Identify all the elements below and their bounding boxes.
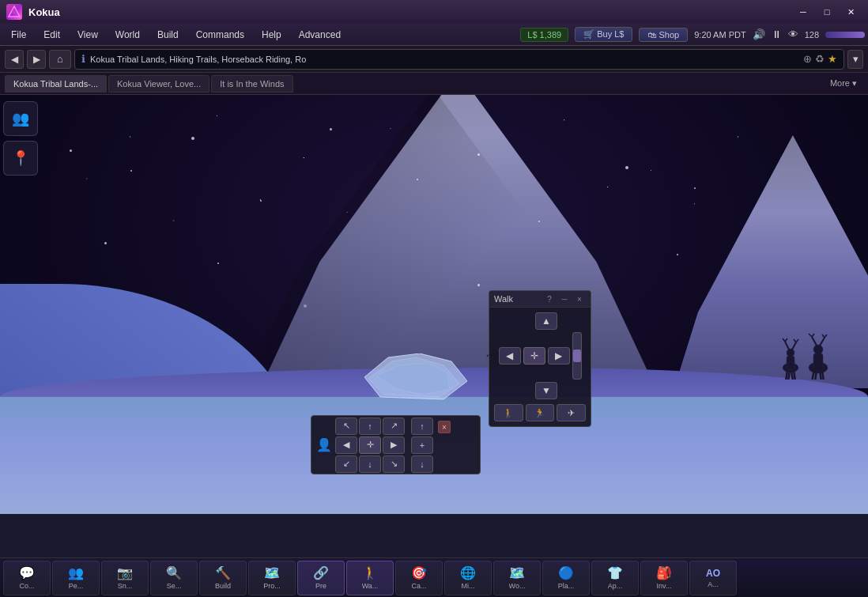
back-button[interactable]: ◀: [5, 50, 24, 69]
taskbar-appearance[interactable]: 👕 Ap...: [591, 561, 639, 595]
home-button[interactable]: ⌂: [49, 50, 71, 69]
snowflake: [104, 242, 107, 244]
snapshot-icon: 📷: [117, 565, 133, 580]
shop-button[interactable]: 🛍 Shop: [639, 28, 688, 42]
menu-advanced[interactable]: Advanced: [291, 27, 349, 43]
taskbar-build[interactable]: 🔨 Build: [199, 561, 247, 595]
url-text: Kokua Tribal Lands, Hiking Trails, Horse…: [90, 55, 798, 64]
teleport-history-button[interactable]: ⊕: [803, 53, 812, 65]
maximize-button[interactable]: □: [816, 4, 838, 20]
walk-right-button[interactable]: ▶: [548, 347, 570, 365]
camera-button[interactable]: 👁: [788, 28, 798, 40]
menu-build[interactable]: Build: [149, 27, 187, 43]
map-icon: 📍: [12, 149, 29, 167]
taskbar-search[interactable]: 🔍 Se...: [150, 561, 198, 595]
taskbar-snapshot[interactable]: 📷 Sn...: [101, 561, 149, 595]
taskbar-walk[interactable]: 🚶 Wa...: [346, 561, 394, 595]
move-center[interactable]: ✛: [359, 436, 381, 454]
taskbar-people-label: Pe...: [69, 582, 84, 590]
pause-button[interactable]: ⏸: [772, 28, 782, 40]
menu-world[interactable]: World: [108, 27, 148, 43]
taskbar-inventory[interactable]: 🎒 Inv...: [640, 561, 688, 595]
menu-help[interactable]: Help: [254, 27, 289, 43]
taskbar-minimap[interactable]: 🌐 Mi...: [444, 561, 492, 595]
walk-row-bot: ▼: [511, 382, 569, 399]
window-controls: ─ □ ✕: [792, 4, 862, 20]
move-e[interactable]: ▶: [383, 436, 405, 454]
walk-down-button[interactable]: ▼: [535, 382, 557, 399]
taskbar-camera[interactable]: 🎯 Ca...: [395, 561, 443, 595]
move-widget-close-button[interactable]: ×: [438, 421, 451, 433]
world-map-icon: 🗺️: [509, 565, 525, 580]
snowflake: [417, 179, 418, 180]
taskbar-minimap-label: Mi...: [462, 582, 475, 590]
bookmark-button[interactable]: ★: [828, 53, 837, 65]
avatar-button[interactable]: 👥: [3, 101, 38, 136]
walk-widget: Walk ? ─ × ▲ ◀ ✛ ▶ ▼: [489, 290, 591, 427]
move-sw[interactable]: ↙: [335, 455, 357, 473]
taskbar-profile[interactable]: 🗺️ Pro...: [248, 561, 296, 595]
profile-icon: 🗺️: [264, 565, 280, 580]
taskbar-preferences[interactable]: 🔗 Pre: [297, 561, 345, 595]
snowflake: [538, 221, 540, 222]
taskbar-places[interactable]: 🔵 Pla...: [542, 561, 590, 595]
fps-bar: [825, 32, 865, 38]
walk-close-button[interactable]: ×: [573, 293, 586, 304]
move-ne[interactable]: ↗: [383, 418, 405, 435]
taskbar-people[interactable]: 👥 Pe...: [52, 561, 100, 595]
snowflake: [70, 149, 72, 152]
menu-file[interactable]: File: [3, 27, 34, 43]
walk-left-button[interactable]: ◀: [499, 347, 521, 365]
svg-line-19: [809, 334, 812, 337]
menu-edit[interactable]: Edit: [36, 27, 68, 43]
taskbar-world-map-label: Wo...: [509, 582, 526, 590]
move-se[interactable]: ↘: [383, 455, 405, 473]
menu-commands[interactable]: Commands: [188, 27, 252, 43]
move-person-icon: 👤: [316, 437, 332, 452]
walk-mode-button[interactable]: 🚶: [494, 404, 523, 421]
move-up-button[interactable]: ↑: [411, 418, 433, 435]
sound-button[interactable]: 🔊: [753, 28, 765, 40]
walk-center-button[interactable]: ✛: [523, 347, 545, 365]
buy-currency-button[interactable]: 🛒 Buy L$: [575, 27, 632, 42]
move-w[interactable]: ◀: [335, 436, 357, 454]
walk-grid: ▲ ◀ ✛ ▶ ▼: [489, 308, 591, 404]
move-s[interactable]: ↓: [359, 455, 381, 473]
add-landmark-button[interactable]: ♻: [815, 53, 825, 65]
svg-line-21: [820, 338, 825, 346]
app-icon: [6, 4, 22, 20]
taskbar-world-map[interactable]: 🗺️ Wo...: [493, 561, 541, 595]
fly-mode-button[interactable]: ✈: [557, 404, 586, 421]
taskbar-communicate[interactable]: 💬 Co...: [3, 561, 51, 595]
run-mode-button[interactable]: 🏃: [526, 404, 555, 421]
forward-button[interactable]: ▶: [27, 50, 46, 69]
walk-minimize-button[interactable]: ─: [558, 293, 571, 304]
move-plus-button[interactable]: +: [411, 436, 433, 454]
move-n[interactable]: ↑: [359, 418, 381, 435]
taskbar-ao[interactable]: AO A...: [689, 561, 737, 595]
minimize-button[interactable]: ─: [792, 4, 814, 20]
move-nw[interactable]: ↖: [335, 418, 357, 435]
move-widget: 👤 ↖ ↑ ↗ ◀ ✛ ▶ ↙ ↓ ↘ ↑ + ↓ ×: [311, 415, 481, 474]
close-button[interactable]: ✕: [840, 4, 862, 20]
slider-handle: [573, 350, 581, 362]
walk-up-button[interactable]: ▲: [535, 312, 557, 330]
app-title: Kokua: [28, 6, 60, 18]
move-down-button[interactable]: ↓: [411, 455, 433, 473]
currency-display: L$ 1,389: [520, 28, 568, 42]
tab-1[interactable]: Kokua Viewer, Love...: [108, 75, 209, 93]
menu-view[interactable]: View: [70, 27, 106, 43]
url-dropdown-button[interactable]: ▾: [847, 50, 863, 69]
svg-line-5: [785, 342, 789, 350]
map-button[interactable]: 📍: [3, 141, 38, 176]
tab-2[interactable]: It is In the Winds: [211, 75, 292, 93]
walk-speed-slider[interactable]: [572, 332, 582, 380]
svg-line-20: [812, 334, 814, 337]
svg-line-23: [825, 334, 827, 338]
snowflake: [477, 284, 480, 286]
more-tabs-button[interactable]: More ▾: [824, 76, 863, 91]
camera-icon: 🎯: [411, 565, 427, 580]
walk-help-button[interactable]: ?: [543, 293, 556, 304]
tab-0[interactable]: Kokua Tribal Lands-...: [5, 75, 107, 93]
time-display: 9:20 AM PDT: [694, 30, 745, 40]
